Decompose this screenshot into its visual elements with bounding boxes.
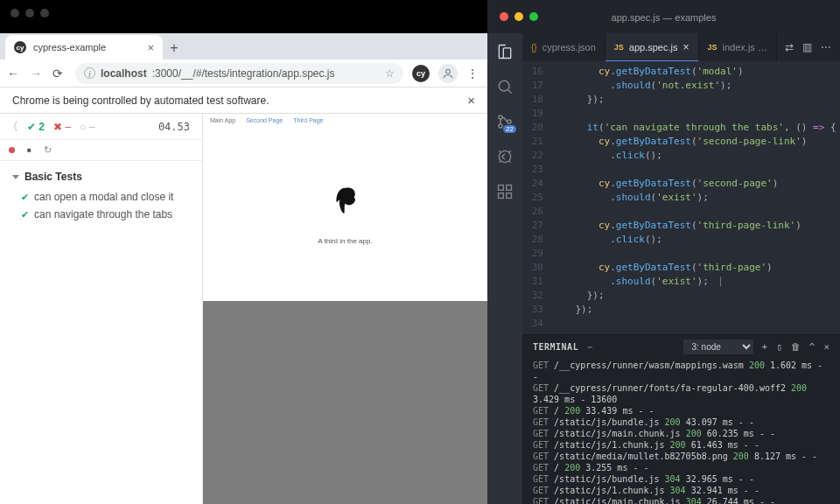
svg-rect-7: [499, 193, 504, 199]
tab-close-icon[interactable]: ×: [147, 41, 154, 54]
pending-count: ○ –: [80, 121, 94, 133]
terminal-output[interactable]: GET /__cypress/runner/wasm/mappings.wasm…: [522, 358, 840, 504]
infobar-close-icon[interactable]: ×: [467, 93, 475, 108]
test-run-stats: 〈 ✔ 2 ✖ – ○ – 04.53: [0, 114, 202, 140]
zoom-dot[interactable]: [40, 9, 49, 18]
browser-tab-strip: cy cypress-example × +: [0, 33, 487, 60]
svg-point-2: [499, 116, 502, 119]
url-host: localhost: [101, 67, 147, 80]
close-panel-icon[interactable]: ×: [823, 341, 830, 353]
app-nav-link[interactable]: Second Page: [246, 117, 283, 123]
vscode-titlebar: app.spec.js — examples: [487, 0, 840, 33]
test-group[interactable]: Basic Tests: [9, 168, 193, 188]
editor-tab[interactable]: JSapp.spec.js×: [606, 33, 699, 61]
tab-label: cypress.json: [542, 42, 596, 52]
editor-tab-strip: {}cypress.json JSapp.spec.js× JSindex.js…: [522, 33, 840, 61]
svg-point-0: [446, 69, 451, 74]
stop-button[interactable]: ■: [27, 146, 32, 154]
record-indicator-icon: [9, 147, 15, 153]
pass-count: ✔ 2: [27, 121, 45, 133]
minimize-dot[interactable]: [514, 12, 523, 21]
address-bar[interactable]: i localhost:3000/__/#/tests/integration/…: [75, 63, 403, 84]
mullet-image: [328, 183, 363, 216]
back-chevron-icon[interactable]: 〈: [7, 119, 18, 135]
svg-rect-9: [507, 186, 512, 191]
debug-icon[interactable]: [495, 147, 514, 166]
search-icon[interactable]: [495, 77, 514, 96]
refresh-tests-button[interactable]: ↻: [44, 144, 52, 156]
test-item[interactable]: ✔can open a modal and close it: [9, 188, 193, 206]
browser-menu-icon[interactable]: ⋮: [466, 66, 480, 80]
app-under-test: Main App Second Page Third Page A third …: [203, 114, 487, 504]
test-title: can open a modal and close it: [34, 191, 173, 203]
scm-badge: 22: [503, 125, 516, 133]
back-button[interactable]: ←: [7, 66, 21, 80]
group-title: Basic Tests: [24, 171, 82, 183]
split-editor-icon[interactable]: ▥: [802, 41, 812, 53]
bookmark-star-icon[interactable]: ☆: [385, 67, 395, 80]
ellipsis-icon[interactable]: ⋯: [587, 342, 592, 352]
terminal-selector[interactable]: 3: node: [683, 340, 753, 354]
terminal-panel: TERMINAL ⋯ 3: node + ▯ 🗑 ^ × GET /__cypr…: [522, 334, 840, 504]
editor-tab[interactable]: JSindex.js …: [699, 33, 777, 61]
caret-down-icon: [12, 175, 19, 179]
svg-rect-8: [507, 193, 512, 199]
editor-tab[interactable]: {}cypress.json: [522, 33, 606, 61]
profile-avatar-icon[interactable]: [438, 64, 458, 83]
cypress-sidebar: 〈 ✔ 2 ✖ – ○ – 04.53 ■ ↻ Basic Tests ✔can…: [0, 114, 203, 504]
tab-favicon: cy: [14, 41, 26, 53]
more-actions-icon[interactable]: ⋯: [821, 41, 831, 53]
code-content[interactable]: cy.getByDataTest('modal') .should('not.e…: [552, 65, 840, 334]
line-gutter: 16171819202122232425262728293031323334: [522, 65, 552, 334]
reload-button[interactable]: ⟳: [52, 66, 66, 80]
tab-title: cypress-example: [33, 42, 106, 52]
cypress-toolbar: ■ ↻: [0, 140, 202, 161]
site-info-icon[interactable]: i: [84, 67, 95, 79]
window-traffic-lights: [10, 9, 49, 18]
app-nav-link[interactable]: Third Page: [293, 117, 323, 123]
tab-label: app.spec.js: [629, 42, 678, 52]
run-duration: 04.53: [158, 121, 190, 133]
close-dot[interactable]: [10, 9, 19, 18]
new-terminal-icon[interactable]: +: [762, 341, 768, 353]
infobar-text: Chrome is being controlled by automated …: [12, 94, 269, 107]
window-traffic-lights: [500, 12, 538, 21]
svg-point-5: [499, 150, 510, 162]
app-nav-link[interactable]: Main App: [210, 117, 235, 123]
svg-rect-6: [499, 186, 504, 191]
app-content: A third in the app.: [203, 126, 487, 301]
zoom-dot[interactable]: [529, 12, 538, 21]
address-bar-row: ← → ⟳ i localhost:3000/__/#/tests/integr…: [0, 60, 487, 88]
browser-tab[interactable]: cy cypress-example ×: [5, 35, 163, 60]
url-rest: :3000/__/#/tests/integration/app.spec.js: [152, 67, 335, 80]
test-item[interactable]: ✔can navigate through the tabs: [9, 206, 193, 223]
terminal-label[interactable]: TERMINAL: [533, 342, 578, 352]
cypress-extension-icon[interactable]: cy: [412, 65, 430, 82]
minimize-dot[interactable]: [25, 9, 34, 18]
automation-infobar: Chrome is being controlled by automated …: [0, 88, 487, 114]
tab-dirty-close-icon[interactable]: ×: [683, 41, 690, 53]
explorer-icon[interactable]: [495, 42, 514, 61]
test-title: can navigate through the tabs: [34, 208, 172, 220]
split-terminal-icon[interactable]: ▯: [776, 341, 782, 353]
code-editor[interactable]: 16171819202122232425262728293031323334 c…: [522, 61, 840, 334]
terminal-header: TERMINAL ⋯ 3: node + ▯ 🗑 ^ ×: [522, 335, 840, 358]
fail-count: ✖ –: [53, 121, 71, 133]
svg-point-4: [508, 120, 511, 123]
js-file-icon: JS: [708, 43, 718, 52]
check-icon: ✔: [21, 192, 29, 203]
activity-bar: 22: [487, 33, 522, 504]
app-caption: A third in the app.: [318, 237, 372, 245]
maximize-panel-icon[interactable]: ^: [809, 341, 816, 353]
svg-point-1: [499, 80, 509, 91]
compare-icon[interactable]: ⇄: [785, 41, 794, 53]
editor-actions: ⇄ ▥ ⋯: [785, 41, 840, 53]
close-dot[interactable]: [500, 12, 508, 21]
kill-terminal-icon[interactable]: 🗑: [791, 341, 801, 353]
extensions-icon[interactable]: [495, 182, 514, 201]
tests-tree: Basic Tests ✔can open a modal and close …: [0, 161, 202, 230]
browser-window: cy cypress-example × + ← → ⟳ i localhost…: [0, 0, 487, 504]
svg-point-3: [499, 124, 502, 128]
new-tab-button[interactable]: +: [163, 37, 186, 60]
source-control-icon[interactable]: 22: [495, 112, 514, 131]
